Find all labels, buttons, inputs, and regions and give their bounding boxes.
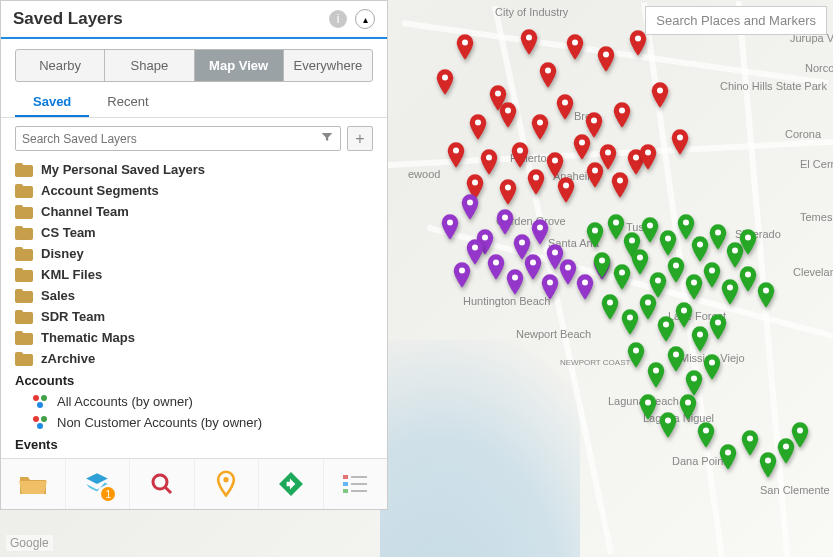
map-pin-red[interactable] <box>456 34 474 60</box>
tool-layers[interactable]: 1 <box>66 459 131 509</box>
map-pin-red[interactable] <box>629 30 647 56</box>
map-pin-green[interactable] <box>601 294 619 320</box>
map-pin-red[interactable] <box>546 152 564 178</box>
tool-folder[interactable] <box>1 459 66 509</box>
map-pin-red[interactable] <box>651 82 669 108</box>
map-pin-green[interactable] <box>741 430 759 456</box>
tab-recent[interactable]: Recent <box>89 88 166 117</box>
tool-legend[interactable] <box>324 459 388 509</box>
info-icon[interactable]: i <box>329 10 347 28</box>
map-pin-purple[interactable] <box>496 209 514 235</box>
map-pin-red[interactable] <box>436 69 454 95</box>
map-pin-green[interactable] <box>639 394 657 420</box>
map-pin-green[interactable] <box>703 354 721 380</box>
map-pin-purple[interactable] <box>441 214 459 240</box>
collapse-button[interactable]: ▴ <box>355 9 375 29</box>
map-pin-green[interactable] <box>685 370 703 396</box>
map-pin-purple[interactable] <box>531 219 549 245</box>
map-pin-green[interactable] <box>659 230 677 256</box>
map-pin-green[interactable] <box>697 422 715 448</box>
scope-tab-everywhere[interactable]: Everywhere <box>283 49 373 82</box>
map-pin-green[interactable] <box>691 326 709 352</box>
map-pin-purple[interactable] <box>576 274 594 300</box>
map-pin-green[interactable] <box>721 279 739 305</box>
search-places-input[interactable]: Search Places and Markers <box>645 6 827 35</box>
map-pin-green[interactable] <box>627 342 645 368</box>
map-pin-green[interactable] <box>679 394 697 420</box>
folder-item[interactable]: Disney <box>15 243 373 264</box>
folder-item[interactable]: KML Files <box>15 264 373 285</box>
map-pin-green[interactable] <box>739 266 757 292</box>
folder-item[interactable]: Channel Team <box>15 201 373 222</box>
map-pin-red[interactable] <box>447 142 465 168</box>
map-pin-red[interactable] <box>520 29 538 55</box>
map-pin-green[interactable] <box>757 282 775 308</box>
map-pin-green[interactable] <box>667 257 685 283</box>
map-pin-purple[interactable] <box>524 254 542 280</box>
scope-tab-shape[interactable]: Shape <box>104 49 194 82</box>
map-pin-purple[interactable] <box>506 269 524 295</box>
map-pin-purple[interactable] <box>541 274 559 300</box>
map-pin-red[interactable] <box>573 134 591 160</box>
map-pin-red[interactable] <box>469 114 487 140</box>
section-header[interactable]: Accounts <box>15 369 373 391</box>
tool-search[interactable] <box>130 459 195 509</box>
map-pin-red[interactable] <box>539 62 557 88</box>
map-pin-red[interactable] <box>499 102 517 128</box>
map-pin-red[interactable] <box>586 162 604 188</box>
map-pin-green[interactable] <box>657 316 675 342</box>
folder-item[interactable]: zArchive <box>15 348 373 369</box>
folder-item[interactable]: SDR Team <box>15 306 373 327</box>
folder-item[interactable]: Thematic Maps <box>15 327 373 348</box>
map-pin-red[interactable] <box>531 114 549 140</box>
map-pin-green[interactable] <box>691 236 709 262</box>
map-pin-red[interactable] <box>597 46 615 72</box>
map-pin-green[interactable] <box>586 222 604 248</box>
map-pin-green[interactable] <box>791 422 809 448</box>
scope-tab-nearby[interactable]: Nearby <box>15 49 105 82</box>
layer-item[interactable]: Non Customer Accounts (by owner) <box>15 412 373 433</box>
folder-item[interactable]: My Personal Saved Layers <box>15 159 373 180</box>
map-pin-red[interactable] <box>527 169 545 195</box>
map-pin-red[interactable] <box>511 142 529 168</box>
map-pin-red[interactable] <box>566 34 584 60</box>
tab-saved[interactable]: Saved <box>15 88 89 117</box>
map-pin-green[interactable] <box>703 262 721 288</box>
tool-directions[interactable] <box>259 459 324 509</box>
map-pin-green[interactable] <box>675 302 693 328</box>
map-pin-purple[interactable] <box>559 259 577 285</box>
map-pin-green[interactable] <box>621 309 639 335</box>
section-header[interactable]: Events <box>15 433 373 455</box>
map-pin-red[interactable] <box>611 172 629 198</box>
map-pin-green[interactable] <box>641 217 659 243</box>
filter-icon[interactable] <box>320 130 334 147</box>
map-pin-green[interactable] <box>685 274 703 300</box>
map-pin-red[interactable] <box>557 177 575 203</box>
map-pin-red[interactable] <box>671 129 689 155</box>
map-pin-green[interactable] <box>667 346 685 372</box>
map-pin-purple[interactable] <box>487 254 505 280</box>
folder-item[interactable]: Account Segments <box>15 180 373 201</box>
layer-item[interactable]: All Accounts (by owner) <box>15 391 373 412</box>
layer-search-input[interactable] <box>22 132 320 146</box>
add-layer-button[interactable]: + <box>347 126 373 151</box>
map-pin-purple[interactable] <box>453 262 471 288</box>
map-pin-purple[interactable] <box>461 194 479 220</box>
folder-item[interactable]: CS Team <box>15 222 373 243</box>
map-pin-green[interactable] <box>709 224 727 250</box>
folder-item[interactable]: Sales <box>15 285 373 306</box>
tool-marker[interactable] <box>195 459 260 509</box>
map-pin-green[interactable] <box>709 314 727 340</box>
map-pin-green[interactable] <box>739 229 757 255</box>
scope-tab-map-view[interactable]: Map View <box>194 49 284 82</box>
map-pin-green[interactable] <box>631 249 649 275</box>
map-pin-red[interactable] <box>499 179 517 205</box>
map-pin-green[interactable] <box>613 264 631 290</box>
map-pin-green[interactable] <box>647 362 665 388</box>
map-pin-red[interactable] <box>639 144 657 170</box>
map-pin-green[interactable] <box>659 412 677 438</box>
map-pin-red[interactable] <box>480 149 498 175</box>
map-pin-green[interactable] <box>759 452 777 478</box>
map-pin-green[interactable] <box>639 294 657 320</box>
map-pin-red[interactable] <box>556 94 574 120</box>
